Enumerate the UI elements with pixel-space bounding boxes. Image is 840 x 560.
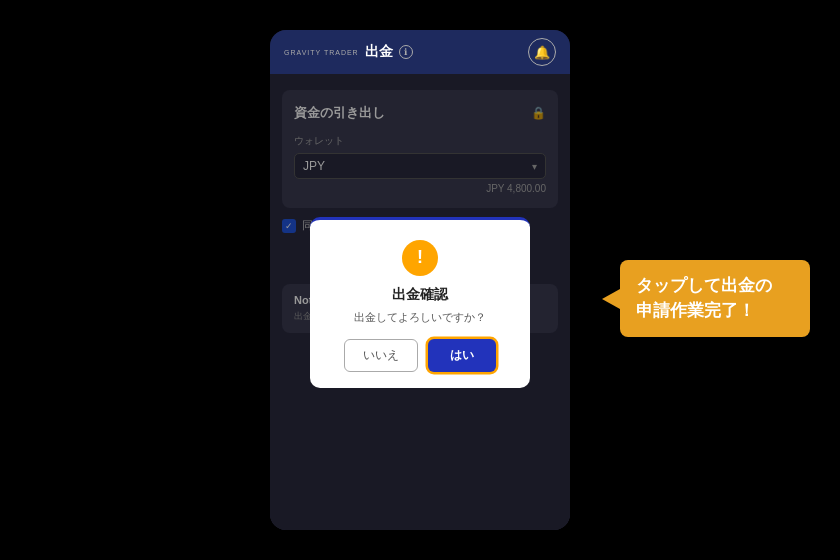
cancel-button[interactable]: いいえ bbox=[344, 339, 418, 372]
info-icon[interactable]: ℹ bbox=[399, 45, 413, 59]
main-content: 資金の引き出し 🔒 ウォレット JPY ▾ JPY 4,800.00 ✓ 同意す… bbox=[270, 74, 570, 530]
bell-button[interactable]: 🔔 bbox=[528, 38, 556, 66]
warning-icon: ! bbox=[417, 247, 423, 268]
bell-icon: 🔔 bbox=[534, 45, 550, 60]
modal-overlay: ! 出金確認 出金してよろしいですか？ いいえ はい bbox=[270, 74, 570, 530]
header-title: 出金 bbox=[365, 43, 393, 61]
confirm-button[interactable]: はい bbox=[428, 339, 496, 372]
phone-frame: GRAVITY TRADER 出金 ℹ 🔔 資金の引き出し 🔒 ウォレット bbox=[270, 30, 570, 530]
warning-icon-wrap: ! bbox=[402, 240, 438, 276]
modal-buttons: いいえ はい bbox=[326, 339, 514, 372]
modal-title: 出金確認 bbox=[392, 286, 448, 304]
header-bar: GRAVITY TRADER 出金 ℹ 🔔 bbox=[270, 30, 570, 74]
modal-box: ! 出金確認 出金してよろしいですか？ いいえ はい bbox=[310, 217, 530, 388]
modal-message: 出金してよろしいですか？ bbox=[354, 310, 486, 325]
brand-logo: GRAVITY TRADER bbox=[284, 49, 359, 56]
scene: GRAVITY TRADER 出金 ℹ 🔔 資金の引き出し 🔒 ウォレット bbox=[0, 0, 840, 560]
callout-text: タップして出金の申請作業完了！ bbox=[636, 274, 794, 323]
header-left: GRAVITY TRADER 出金 ℹ bbox=[284, 43, 413, 61]
callout-box: タップして出金の申請作業完了！ bbox=[620, 260, 810, 337]
